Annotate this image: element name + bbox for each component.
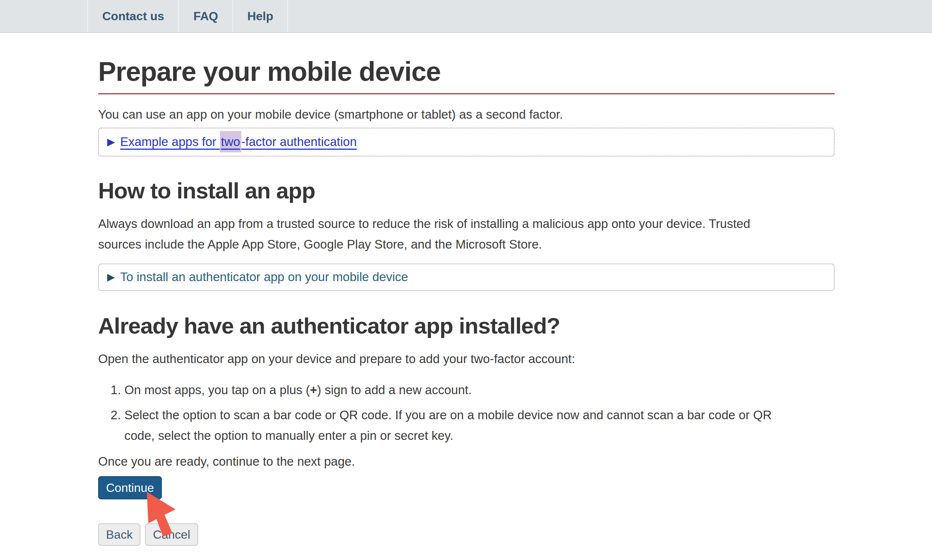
install-app-link[interactable]: To install an authenticator app on your … — [120, 267, 408, 287]
step1-text-post: ) sign to add a new account. — [317, 383, 472, 397]
example-apps-link[interactable]: Example apps for two-factor authenticati… — [120, 132, 357, 152]
continue-button[interactable]: Continue — [98, 476, 162, 499]
nav-item-help[interactable]: Help — [233, 0, 288, 32]
step1-text-pre: On most apps, you tap on a plus ( — [124, 383, 310, 397]
back-button[interactable]: Back — [98, 523, 140, 546]
example-apps-link-pre: Example apps for — [120, 135, 220, 149]
how-to-install-heading: How to install an app — [98, 177, 835, 205]
intro-text: You can use an app on your mobile device… — [98, 104, 835, 125]
list-item-step-1: On most apps, you tap on a plus (+) sign… — [124, 380, 835, 400]
ready-text: Once you are ready, continue to the next… — [98, 451, 835, 472]
nav-item-faq[interactable]: FAQ — [179, 0, 233, 32]
open-app-text: Open the authenticator app on your devic… — [98, 349, 835, 369]
plus-sign: + — [310, 383, 317, 397]
trusted-sources-text: Always download an app from a trusted so… — [98, 213, 835, 255]
example-apps-expander[interactable]: ▶ Example apps for two-factor authentica… — [98, 128, 835, 157]
expander-arrow-icon: ▶ — [107, 137, 115, 147]
already-installed-heading: Already have an authenticator app instal… — [98, 312, 835, 340]
find-highlight: two — [220, 131, 241, 152]
cancel-button[interactable]: Cancel — [145, 523, 198, 546]
expander-arrow-icon: ▶ — [107, 272, 115, 282]
top-navigation-bar: Contact us FAQ Help — [0, 0, 932, 33]
install-app-expander[interactable]: ▶ To install an authenticator app on you… — [98, 263, 835, 291]
step2-text: Select the option to scan a bar code or … — [124, 408, 772, 443]
example-apps-link-post: -factor authentication — [241, 135, 356, 149]
nav-item-contact-us[interactable]: Contact us — [87, 0, 179, 32]
steps-list: On most apps, you tap on a plus (+) sign… — [98, 380, 835, 446]
page-title: Prepare your mobile device — [98, 56, 835, 94]
main-content: Prepare your mobile device You can use a… — [98, 33, 835, 546]
list-item-step-2: Select the option to scan a bar code or … — [124, 405, 835, 446]
secondary-button-row: Back Cancel — [98, 523, 835, 546]
